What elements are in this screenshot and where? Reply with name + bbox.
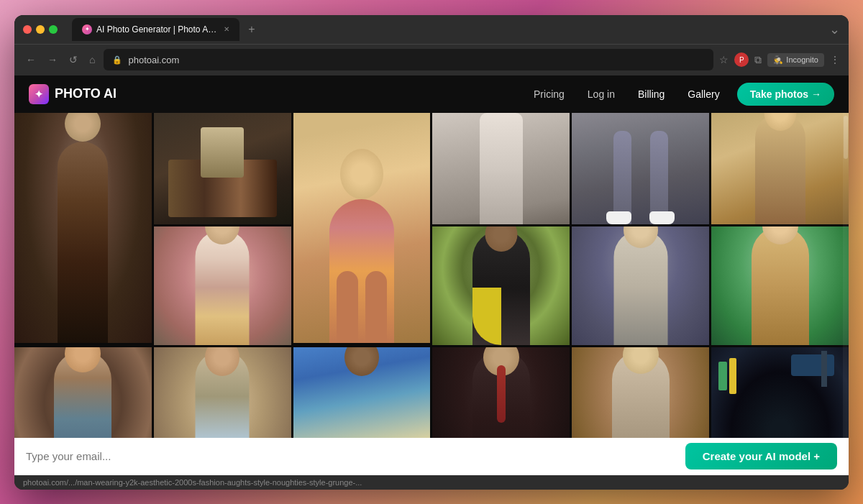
photo-10[interactable] bbox=[711, 226, 849, 345]
photo-6[interactable] bbox=[711, 113, 849, 224]
logo-text: PHOTO AI bbox=[55, 86, 117, 101]
new-tab-button[interactable]: + bbox=[242, 20, 260, 39]
minimize-button[interactable] bbox=[36, 25, 45, 34]
forward-button[interactable]: → bbox=[45, 51, 60, 68]
home-button[interactable]: ⌂ bbox=[86, 51, 98, 68]
photo-4[interactable] bbox=[432, 113, 570, 224]
logo[interactable]: ✦ PHOTO AI bbox=[29, 84, 117, 104]
tab-label: AI Photo Generator | Photo A… bbox=[96, 24, 216, 35]
traffic-lights bbox=[23, 25, 58, 34]
photo-grid bbox=[14, 113, 849, 475]
billing-link[interactable]: Billing bbox=[632, 86, 670, 103]
photo-8[interactable] bbox=[432, 226, 570, 345]
logo-icon: ✦ bbox=[29, 84, 49, 104]
extensions-icon[interactable]: ⧉ bbox=[754, 54, 762, 66]
url-bar[interactable]: 🔒 photoai.com bbox=[104, 49, 713, 70]
incognito-badge: 🕵 Incognito bbox=[767, 53, 824, 67]
address-bar: ← → ↺ ⌂ 🔒 photoai.com ☆ P ⧉ 🕵 Incognito … bbox=[14, 44, 849, 75]
scrollbar[interactable] bbox=[843, 113, 849, 438]
browser-body: ✦ PHOTO AI Pricing Log in Billing Galler… bbox=[14, 75, 849, 475]
tab-close-icon[interactable]: ✕ bbox=[224, 25, 229, 33]
scrollbar-thumb[interactable] bbox=[844, 116, 848, 159]
photo-1[interactable] bbox=[14, 113, 152, 343]
back-button[interactable]: ← bbox=[23, 51, 39, 68]
status-bar: photoai.com/.../man-wearing-y2k-aestheti… bbox=[14, 475, 849, 490]
maximize-button[interactable] bbox=[49, 25, 58, 34]
login-link[interactable]: Log in bbox=[582, 86, 621, 103]
reload-button[interactable]: ↺ bbox=[66, 51, 81, 68]
create-model-button[interactable]: Create your AI model + bbox=[685, 443, 837, 469]
take-photos-button[interactable]: Take photos → bbox=[737, 83, 834, 106]
lock-icon: 🔒 bbox=[112, 55, 122, 65]
incognito-label: Incognito bbox=[786, 55, 818, 64]
tab-favicon: ✦ bbox=[82, 24, 92, 35]
site-nav: ✦ PHOTO AI Pricing Log in Billing Galler… bbox=[14, 75, 849, 113]
menu-icon[interactable]: ⋮ bbox=[830, 54, 840, 65]
close-button[interactable] bbox=[23, 25, 32, 34]
pricing-link[interactable]: Pricing bbox=[528, 86, 570, 103]
gallery-scroll[interactable] bbox=[14, 75, 849, 475]
email-input[interactable] bbox=[26, 450, 677, 462]
tab-bar: ✦ AI Photo Generator | Photo A… ✕ + bbox=[72, 18, 823, 41]
profile-icon[interactable]: P bbox=[734, 52, 749, 67]
browser-actions: ☆ P ⧉ 🕵 Incognito ⋮ bbox=[719, 52, 840, 67]
photo-3[interactable] bbox=[293, 113, 431, 343]
photo-7[interactable] bbox=[154, 226, 291, 345]
bookmark-icon[interactable]: ☆ bbox=[719, 54, 729, 65]
gallery-link[interactable]: Gallery bbox=[682, 86, 725, 103]
footer-bar: Create your AI model + bbox=[14, 438, 849, 475]
active-tab[interactable]: ✦ AI Photo Generator | Photo A… ✕ bbox=[72, 18, 239, 41]
url-text: photoai.com bbox=[128, 55, 179, 65]
photo-5[interactable] bbox=[572, 113, 709, 224]
photo-9[interactable] bbox=[572, 226, 709, 345]
incognito-icon: 🕵 bbox=[773, 55, 783, 65]
title-bar: ✦ AI Photo Generator | Photo A… ✕ + ⌄ bbox=[14, 15, 849, 44]
browser-window: ✦ AI Photo Generator | Photo A… ✕ + ⌄ ← … bbox=[14, 15, 849, 490]
window-controls: ⌄ bbox=[829, 22, 840, 37]
photo-2[interactable] bbox=[154, 113, 291, 224]
status-url: photoai.com/.../man-wearing-y2k-aestheti… bbox=[23, 478, 362, 487]
